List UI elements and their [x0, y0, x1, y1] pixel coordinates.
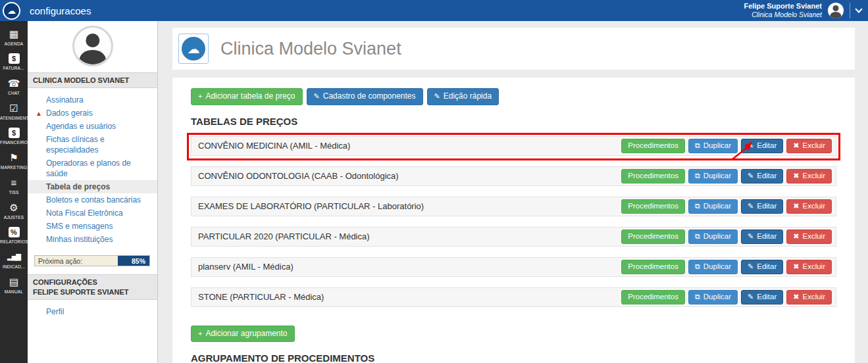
editar-button[interactable]: ✎ Editar — [741, 169, 783, 183]
sidebar-item-assinatura[interactable]: Assinatura — [28, 93, 157, 107]
excluir-button[interactable]: ✖ Excluir — [786, 260, 832, 274]
duplicar-label: Duplicar — [703, 141, 731, 151]
pencil-icon: ✎ — [748, 263, 753, 270]
duplicar-button[interactable]: ⧉ Duplicar — [688, 169, 738, 183]
rail-label: CHAT — [0, 91, 28, 95]
excluir-label: Excluir — [802, 201, 825, 211]
duplicar-button[interactable]: ⧉ Duplicar — [688, 139, 738, 153]
rail-label: ATENDIMENT... — [0, 116, 28, 120]
rail-item-financeiro[interactable]: $ FINANCEIRO — [0, 124, 28, 149]
excluir-button[interactable]: ✖ Excluir — [786, 139, 832, 153]
price-table-strip: CONVÊNIO MEDICINA (AMIL - Médica) Proced… — [191, 136, 836, 156]
editar-label: Editar — [757, 292, 777, 302]
clinic-avatar-wrap — [28, 21, 157, 72]
editar-button[interactable]: ✎ Editar — [741, 199, 783, 214]
procedimentos-label: Procedimentos — [628, 171, 678, 181]
duplicar-button[interactable]: ⧉ Duplicar — [688, 290, 738, 304]
rail-item-agenda[interactable]: ▦ AGENDA — [0, 25, 28, 50]
copy-icon: ⧉ — [695, 172, 700, 180]
procedimentos-button[interactable]: Procedimentos — [621, 230, 685, 244]
main-area: ☁ Clinica Modelo Svianet + Adicionar tab… — [158, 21, 868, 363]
sidebar-item-dados-gerais[interactable]: ▲ Dados gerais — [28, 107, 157, 120]
procedimentos-button[interactable]: Procedimentos — [621, 199, 685, 214]
editar-button[interactable]: ✎ Editar — [741, 290, 783, 304]
user-avatar[interactable] — [828, 3, 844, 18]
chevron-down-icon[interactable] — [855, 5, 862, 12]
price-table-row: STONE (PARTICULAR - Médica) Procedimento… — [191, 287, 836, 307]
pencil-icon: ✎ — [748, 172, 753, 180]
cloud-logo-icon: ☁ — [3, 2, 20, 20]
excluir-button[interactable]: ✖ Excluir — [786, 290, 832, 304]
rail-label: AGENDA — [0, 41, 28, 46]
sidebar-item-agendas-usuarios[interactable]: Agendas e usuários — [28, 120, 157, 133]
procedimentos-button[interactable]: Procedimentos — [621, 290, 685, 304]
plus-icon: + — [198, 93, 202, 100]
user-area[interactable]: Felipe Suporte Svianet Clinica Modelo Sv… — [744, 2, 861, 19]
row-actions: Procedimentos ⧉ Duplicar ✎ Editar — [621, 230, 832, 244]
component-registry-button[interactable]: ✎ Cadastro de componentes — [307, 88, 423, 105]
rail-item-atendimento[interactable]: ☑ ATENDIMENT... — [0, 99, 28, 124]
excluir-button[interactable]: ✖ Excluir — [786, 169, 832, 183]
sidebar-item-operadoras-planos[interactable]: Operadoras e planos de saúde — [28, 157, 157, 180]
price-tables-section-title: TABELAS DE PREÇOS — [191, 116, 836, 127]
price-table-name: STONE (PARTICULAR - Médica) — [198, 292, 324, 302]
rail-item-marketing[interactable]: ⚑ MARKETING — [0, 149, 28, 174]
brand: ☁ configuracoes — [3, 2, 91, 20]
sidebar-item-nota-fiscal[interactable]: Nota Fiscal Eletrônica — [28, 206, 157, 220]
add-price-table-button[interactable]: + Adicionar tabela de preço — [191, 88, 303, 105]
procedimentos-button[interactable]: Procedimentos — [621, 169, 685, 183]
editar-button[interactable]: ✎ Editar — [741, 139, 783, 153]
excluir-label: Excluir — [802, 141, 825, 151]
excluir-button[interactable]: ✖ Excluir — [786, 199, 832, 214]
sidebar-item-boletos-contas[interactable]: Boletos e contas bancárias — [28, 193, 157, 206]
procedimentos-button[interactable]: Procedimentos — [621, 260, 685, 274]
rail-item-faturamento[interactable]: $ FATURA... — [0, 50, 28, 74]
procedimentos-label: Procedimentos — [628, 262, 678, 272]
duplicar-label: Duplicar — [703, 171, 731, 181]
copy-icon: ⧉ — [695, 263, 700, 270]
rail-item-relatorios[interactable]: % RELATORIOS — [0, 224, 28, 248]
settings-sidebar: CLINICA MODELO SVIANET Assinatura ▲ Dado… — [28, 21, 158, 363]
sidebar-menu-clinic: Assinatura ▲ Dados gerais Agendas e usuá… — [28, 88, 157, 250]
excluir-label: Excluir — [802, 231, 825, 241]
rail-item-manual[interactable]: ▤ MANUAL — [0, 273, 28, 298]
editar-button[interactable]: ✎ Editar — [741, 230, 783, 244]
attendance-icon: ☑ — [0, 103, 28, 114]
clinic-avatar[interactable] — [72, 26, 113, 66]
sidebar-item-sms-mensagens[interactable]: SMS e mensagens — [28, 220, 157, 233]
sidebar-item-perfil[interactable]: Perfil — [28, 305, 157, 318]
editar-button[interactable]: ✎ Editar — [741, 260, 783, 274]
price-table-strip: STONE (PARTICULAR - Médica) Procedimento… — [191, 287, 836, 307]
sidebar-item-label: Dados gerais — [46, 109, 93, 118]
sidebar-item-fichas-clinicas[interactable]: Fichas clínicas e especialidades — [28, 133, 157, 157]
sidebar-item-tabela-precos[interactable]: Tabela de preços — [28, 180, 157, 193]
edit-square-icon: ✎ — [434, 93, 440, 100]
editar-label: Editar — [757, 201, 777, 211]
row-actions: Procedimentos ⧉ Duplicar ✎ Editar — [621, 199, 832, 214]
clinic-header-card: ☁ Clinica Modelo Svianet — [172, 28, 855, 70]
duplicar-button[interactable]: ⧉ Duplicar — [688, 199, 738, 214]
procedimentos-button[interactable]: Procedimentos — [621, 139, 685, 153]
quick-edit-button[interactable]: ✎ Edição rápida — [427, 88, 499, 105]
procedimentos-label: Procedimentos — [628, 231, 678, 241]
duplicar-button[interactable]: ⧉ Duplicar — [688, 260, 738, 274]
duplicar-button[interactable]: ⧉ Duplicar — [688, 230, 738, 244]
sidebar-item-minhas-instituicoes[interactable]: Minhas instituições — [28, 233, 157, 246]
rail-item-indicadores[interactable]: ▂▅▇ INDICAD... — [0, 248, 28, 273]
rail-item-ajustes[interactable]: ⚙ AJUSTES — [0, 199, 28, 224]
procedimentos-label: Procedimentos — [628, 141, 678, 151]
rail-item-tiss[interactable]: ≡ TISS — [0, 174, 28, 199]
rail-item-chat[interactable]: ☎ CHAT — [0, 74, 28, 99]
user-name: Felipe Suporte Svianet — [744, 2, 822, 11]
trash-icon: ✖ — [793, 142, 799, 149]
rail-label: AJUSTES — [0, 215, 28, 220]
price-table-row: planserv (AMIL - Médica) Procedimentos ⧉… — [191, 257, 836, 277]
rail-label: INDICAD... — [0, 264, 28, 269]
warning-icon: ▲ — [36, 109, 42, 119]
add-group-button[interactable]: + Adicionar agrupamento — [191, 326, 295, 343]
quick-edit-label: Edição rápida — [444, 91, 492, 102]
excluir-label: Excluir — [802, 262, 825, 272]
module-rail: ▦ AGENDA $ FATURA... ☎ CHAT ☑ ATENDIMENT… — [0, 21, 28, 363]
trash-icon: ✖ — [793, 293, 799, 301]
excluir-button[interactable]: ✖ Excluir — [786, 230, 832, 244]
